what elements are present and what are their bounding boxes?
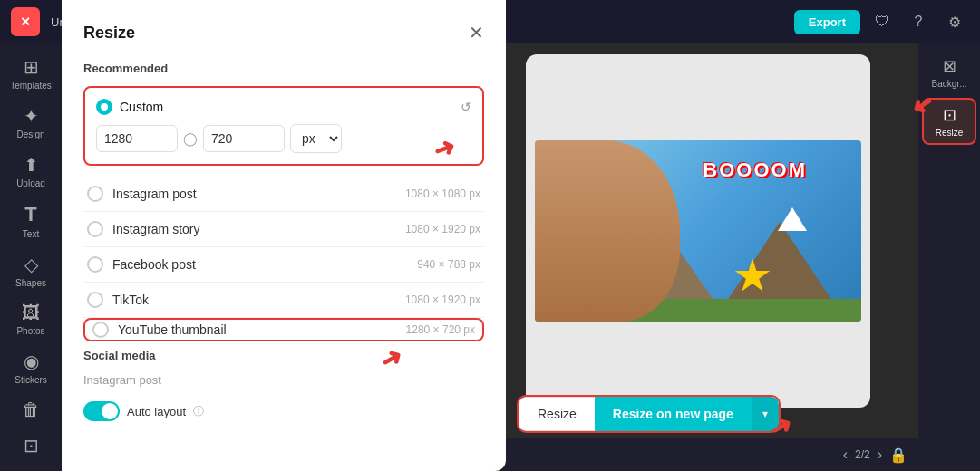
export-button[interactable]: Export (794, 10, 860, 34)
custom-option-box: Custom ↺ ◯ px % in cm (83, 86, 484, 166)
sidebar-item-grid[interactable]: ⊡ (4, 429, 58, 462)
preset-radio-instagram-story[interactable] (87, 221, 103, 237)
shield-icon-button[interactable]: 🛡 (868, 7, 897, 36)
preset-dims-tiktok: 1080 × 1920 px (405, 293, 480, 306)
app-logo[interactable]: ✕ (11, 7, 40, 36)
sidebar-label-shapes: Shapes (15, 278, 46, 288)
sidebar-label-resize: Resize (936, 128, 964, 138)
mountain-right (725, 222, 834, 303)
preset-name-youtube: YouTube thumbnail (118, 322, 397, 337)
sidebar-label-templates: Templates (10, 81, 52, 91)
delete-icon: 🗑 (22, 399, 40, 420)
sidebar-label-text: Text (23, 229, 39, 239)
sidebar-label-design: Design (16, 130, 44, 139)
sidebar-item-templates[interactable]: ⊞ Templates (4, 51, 58, 96)
preset-tiktok[interactable]: TikTok 1080 × 1920 px (83, 283, 484, 318)
canvas-preview: BOOOOM (535, 140, 861, 322)
preset-dims-instagram-story: 1080 × 1920 px (405, 223, 480, 236)
preset-name-facebook-post: Facebook post (112, 257, 408, 272)
snow-right (778, 207, 807, 231)
sidebar-item-delete[interactable]: 🗑 (4, 394, 58, 426)
social-media-section: Social media Instagram post (83, 349, 484, 387)
preset-radio-tiktok[interactable] (87, 292, 103, 308)
help-icon-button[interactable]: ? (904, 7, 933, 36)
preset-radio-facebook-post[interactable] (87, 256, 103, 273)
preset-youtube[interactable]: YouTube thumbnail 1280 × 720 px (83, 318, 484, 341)
text-icon: T (24, 203, 36, 226)
grid-icon: ⊡ (24, 435, 39, 457)
resize-on-new-page-button[interactable]: Resize on new page (595, 397, 752, 431)
custom-label: Custom (120, 100, 453, 114)
height-input[interactable] (203, 125, 285, 152)
unit-select[interactable]: px % in cm (290, 124, 342, 153)
design-icon: ✦ (24, 105, 39, 127)
dim-separator: ◯ (183, 131, 198, 146)
background-icon: ⊠ (943, 56, 956, 76)
prev-page-icon[interactable]: ‹ (843, 447, 848, 463)
preset-name-tiktok: TikTok (112, 293, 396, 307)
left-sidebar: ⊞ Templates ✦ Design ⬆ Upload T Text ◇ S… (0, 43, 62, 471)
auto-layout-row: Auto layout ⓘ (83, 401, 484, 421)
width-input[interactable] (96, 125, 178, 152)
sidebar-bottom: 🗑 ⊡ ⌄ (4, 394, 58, 471)
sidebar-item-stickers[interactable]: ◉ Stickers (4, 345, 58, 390)
preset-dims-youtube: 1280 × 720 px (406, 323, 475, 336)
toggle-knob (102, 403, 118, 419)
templates-icon: ⊞ (24, 56, 39, 78)
lock-icon[interactable]: 🔒 (889, 447, 907, 464)
action-bar-container: Resize Resize on new page ▾ (517, 395, 781, 433)
resize-button[interactable]: Resize (519, 397, 595, 431)
settings-icon-button[interactable]: ⚙ (940, 7, 969, 36)
sidebar-label-background: Backgr... (932, 79, 967, 89)
action-bar-wrapper: Resize Resize on new page ▾ (517, 395, 781, 433)
page-counter: 2/2 (855, 448, 870, 461)
sidebar-item-design[interactable]: ✦ Design (4, 100, 58, 145)
game-scene: BOOOOM (535, 140, 861, 322)
modal-title: Resize (83, 24, 135, 43)
sidebar-item-background[interactable]: ⊠ Backgr... (922, 51, 976, 94)
custom-radio[interactable] (96, 99, 112, 115)
modal-header: Resize ✕ (83, 22, 484, 43)
dimension-inputs: ◯ px % in cm (96, 124, 471, 153)
preset-radio-youtube[interactable] (92, 322, 109, 338)
resize-modal: Resize ✕ Recommended Custom ↺ ◯ px % in … (62, 0, 506, 471)
refresh-icon[interactable]: ↺ (461, 100, 471, 114)
sidebar-item-more[interactable]: ⌄ (4, 466, 58, 471)
radio-inner (101, 103, 108, 111)
preset-facebook-post[interactable]: Facebook post 940 × 788 px (83, 247, 484, 283)
preview-area: BOOOOM (526, 54, 870, 408)
social-media-sub: Instagram post (83, 373, 484, 387)
custom-row: Custom ↺ (96, 99, 471, 115)
resize-icon: ⊡ (943, 105, 956, 125)
stickers-icon: ◉ (24, 351, 39, 372)
social-media-label: Social media (83, 349, 484, 362)
preset-radio-instagram-post[interactable] (87, 186, 103, 202)
preset-name-instagram-story: Instagram story (112, 222, 396, 236)
bottom-bar-right: ‹ 2/2 › 🔒 (843, 447, 907, 464)
upload-icon: ⬆ (24, 154, 39, 176)
sidebar-label-stickers: Stickers (15, 375, 47, 385)
photos-icon: 🖼 (22, 303, 40, 323)
preset-dims-instagram-post: 1080 × 1080 px (405, 187, 480, 200)
recommended-label: Recommended (83, 62, 484, 75)
sidebar-label-upload: Upload (16, 178, 45, 188)
auto-layout-label: Auto layout (127, 405, 186, 418)
shapes-icon: ◇ (24, 254, 38, 275)
modal-close-button[interactable]: ✕ (469, 22, 484, 43)
boom-text: BOOOOM (703, 159, 807, 182)
preset-name-instagram-post: Instagram post (112, 187, 396, 201)
person (535, 140, 680, 322)
preset-instagram-story[interactable]: Instagram story 1080 × 1920 px (83, 212, 484, 247)
sidebar-item-photos[interactable]: 🖼 Photos (4, 297, 58, 341)
sidebar-item-shapes[interactable]: ◇ Shapes (4, 248, 58, 293)
info-icon: ⓘ (193, 404, 204, 419)
sidebar-item-text[interactable]: T Text (4, 197, 58, 245)
sidebar-item-upload[interactable]: ⬆ Upload (4, 149, 58, 194)
auto-layout-toggle[interactable] (83, 401, 120, 421)
topbar-right: Export 🛡 ? ⚙ (794, 7, 969, 36)
sidebar-label-photos: Photos (16, 326, 44, 336)
next-page-icon[interactable]: › (878, 447, 882, 463)
preset-dims-facebook-post: 940 × 788 px (417, 258, 480, 271)
preset-instagram-post[interactable]: Instagram post 1080 × 1080 px (83, 177, 484, 212)
